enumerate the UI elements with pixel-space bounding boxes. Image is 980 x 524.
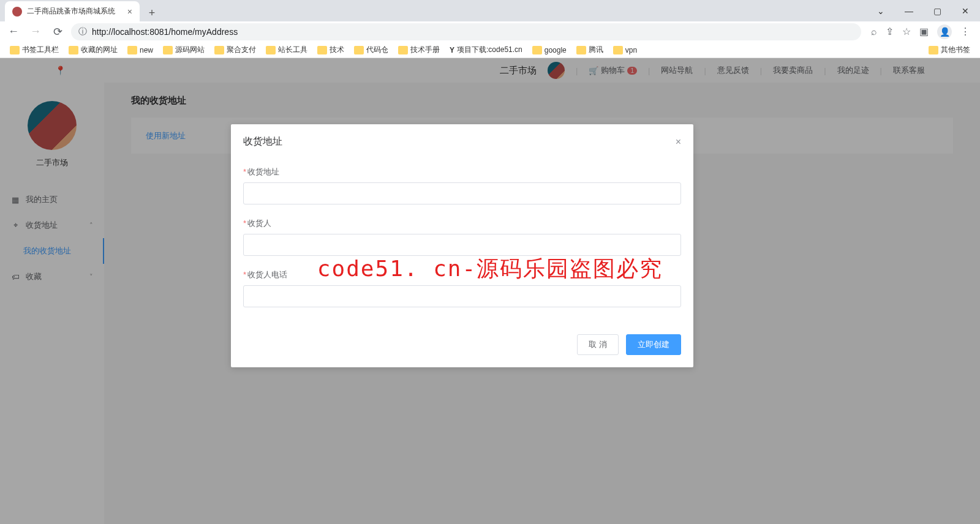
back-button[interactable]: ← — [5, 23, 22, 40]
maximize-icon[interactable]: ▢ — [929, 2, 946, 20]
bookmark-item[interactable]: 站长工具 — [262, 43, 311, 57]
address-label: *收货地址 — [243, 167, 681, 178]
modal-footer: 取 消 立即创建 — [231, 327, 693, 367]
modal-body: *收货地址 *收货人 *收货人电话 — [231, 154, 693, 327]
minimize-icon[interactable]: — — [900, 2, 918, 20]
bookmark-item[interactable]: 技术 — [314, 43, 348, 57]
y-icon: Y — [450, 46, 454, 54]
extensions-icon[interactable]: ▣ — [919, 26, 929, 37]
watermark-text: code51. cn-源码乐园盗图必究 — [317, 254, 663, 284]
folder-icon — [576, 46, 586, 54]
cancel-button[interactable]: 取 消 — [577, 334, 619, 355]
profile-avatar[interactable]: 👤 — [937, 24, 952, 39]
bookmark-item[interactable]: 技术手册 — [394, 43, 443, 57]
bookmark-item[interactable]: google — [529, 44, 570, 56]
toolbar-right: ⌕ ⇪ ☆ ▣ 👤 ⋮ — [866, 24, 975, 39]
share-icon[interactable]: ⇪ — [886, 26, 894, 37]
bookmark-item[interactable]: 代码仓 — [350, 43, 392, 57]
url-input[interactable]: ⓘ http://localhost:8081/home/myAddress — [71, 23, 861, 40]
menu-icon[interactable]: ⋮ — [960, 26, 970, 37]
receiver-label: *收货人 — [243, 218, 681, 229]
search-icon[interactable]: ⌕ — [871, 26, 877, 37]
star-icon[interactable]: ☆ — [902, 26, 911, 37]
folder-icon — [354, 46, 364, 54]
folder-icon — [929, 46, 938, 54]
address-bar: ← → ⟳ ⓘ http://localhost:8081/home/myAdd… — [0, 21, 980, 42]
window-controls: ⌄ — ▢ ✕ — [872, 0, 980, 21]
forward-button[interactable]: → — [27, 23, 44, 40]
address-input[interactable] — [243, 182, 681, 204]
folder-icon — [163, 46, 173, 54]
close-tab-icon[interactable]: × — [127, 7, 132, 17]
bookmark-item[interactable]: 书签工具栏 — [6, 43, 62, 57]
create-button[interactable]: 立即创建 — [626, 334, 681, 355]
modal-title: 收货地址 — [243, 135, 282, 148]
new-tab-button[interactable]: + — [143, 4, 160, 21]
bookmark-item[interactable]: 聚合支付 — [211, 43, 260, 57]
bookmark-other[interactable]: 其他书签 — [925, 43, 974, 57]
close-modal-icon[interactable]: × — [676, 137, 681, 148]
phone-input[interactable] — [243, 285, 681, 307]
folder-icon — [532, 46, 542, 54]
folder-icon — [266, 46, 276, 54]
favicon — [12, 7, 22, 17]
folder-icon — [127, 46, 137, 54]
browser-chrome: 二手商品跳蚤市场商城系统 × + ⌄ — ▢ ✕ ← → ⟳ ⓘ http://… — [0, 0, 980, 58]
bookmark-item[interactable]: Y项目下载:code51.cn — [446, 43, 526, 57]
chevron-down-icon[interactable]: ⌄ — [872, 2, 889, 20]
form-group-address: *收货地址 — [243, 167, 681, 204]
page-content: 📍 二手市场 | 🛒 购物车 1 | 网站导航 | 意见反馈 | 我要卖商品 |… — [0, 58, 980, 524]
reload-button[interactable]: ⟳ — [49, 23, 66, 40]
bookmark-item[interactable]: new — [124, 44, 157, 56]
url-text: http://localhost:8081/home/myAddress — [92, 27, 238, 37]
close-window-icon[interactable]: ✕ — [957, 2, 974, 20]
modal-header: 收货地址 × — [231, 124, 693, 154]
folder-icon — [613, 46, 623, 54]
receiver-input[interactable] — [243, 234, 681, 256]
bookmarks-bar: 书签工具栏 收藏的网址 new 源码网站 聚合支付 站长工具 技术 代码仓 技术… — [0, 42, 980, 58]
bookmark-item[interactable]: 腾讯 — [573, 43, 607, 57]
folder-icon — [398, 46, 408, 54]
address-modal: 收货地址 × *收货地址 *收货人 *收货人电话 取 消 立即创建 — [231, 124, 693, 367]
tab-title: 二手商品跳蚤市场商城系统 — [27, 6, 115, 17]
bookmark-item[interactable]: 收藏的网址 — [65, 43, 121, 57]
bookmark-item[interactable]: vpn — [609, 44, 641, 56]
info-icon[interactable]: ⓘ — [78, 26, 87, 37]
bookmark-item[interactable]: 源码网站 — [159, 43, 208, 57]
tab-bar: 二手商品跳蚤市场商城系统 × + ⌄ — ▢ ✕ — [0, 0, 980, 21]
folder-icon — [317, 46, 327, 54]
folder-icon — [69, 46, 78, 54]
folder-icon — [10, 46, 20, 54]
browser-tab[interactable]: 二手商品跳蚤市场商城系统 × — [5, 1, 140, 21]
form-group-receiver: *收货人 — [243, 218, 681, 256]
folder-icon — [214, 46, 224, 54]
